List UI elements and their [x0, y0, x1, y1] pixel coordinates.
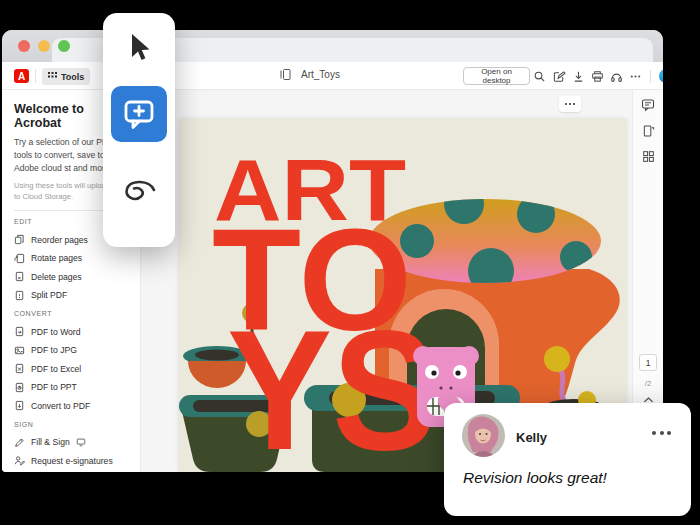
browser-titlebar [2, 30, 663, 62]
download-icon[interactable] [572, 70, 585, 83]
split-pdf-icon [14, 290, 25, 301]
pdf-to-jpg-icon [14, 345, 25, 356]
bookmarks-panel-icon[interactable] [642, 124, 655, 138]
acrobat-toolbar: A Tools Art_Toys [2, 62, 663, 90]
draw-tool-button[interactable] [112, 176, 166, 213]
select-tool-button[interactable] [119, 31, 159, 68]
edit-document-icon[interactable] [552, 70, 566, 83]
acrobat-logo-icon[interactable]: A [14, 69, 29, 83]
comment-card: Kelly Revision looks great! [444, 403, 691, 516]
comments-panel-icon[interactable] [641, 98, 655, 112]
sidebar-item-split-pdf[interactable]: Split PDF [14, 286, 130, 305]
page-total-label: /2 [645, 379, 651, 388]
pdf-to-ppt-icon [14, 382, 25, 393]
divider [35, 69, 36, 83]
grid-icon [48, 72, 57, 81]
floating-tool-panel [103, 13, 175, 247]
comment-menu-button[interactable] [648, 427, 675, 439]
comment-text: Revision looks great! [463, 469, 607, 487]
commenter-avatar [462, 414, 505, 457]
traffic-lights [18, 40, 70, 52]
reorder-pages-icon [14, 234, 25, 245]
fill-sign-icon [14, 437, 25, 448]
zoom-window-button[interactable] [58, 40, 70, 52]
print-icon[interactable] [591, 70, 604, 83]
poster-title: ART TO YS [212, 140, 437, 472]
commenter-name: Kelly [516, 430, 547, 445]
sidebar-item-fill-sign[interactable]: Fill & Sign [14, 433, 130, 452]
search-icon[interactable] [533, 70, 546, 83]
screenshot-stage: A Tools Art_Toys [0, 0, 700, 525]
page-number-input[interactable]: 1 [639, 354, 657, 371]
poster-title-line-3: YS [227, 295, 437, 472]
tools-button[interactable]: Tools [42, 68, 90, 85]
document-copy-icon[interactable] [279, 68, 292, 81]
draw-icon [118, 177, 160, 209]
monitor-icon [76, 437, 86, 447]
page-thumbnails-icon[interactable] [642, 150, 655, 163]
add-comment-tool-button[interactable] [111, 86, 167, 142]
section-label-convert: CONVERT [14, 310, 130, 317]
divider [650, 70, 651, 83]
tools-label: Tools [61, 72, 84, 82]
more-options-icon[interactable] [629, 70, 642, 83]
sidebar-item-convert-to-pdf[interactable]: Convert to PDF [14, 396, 130, 415]
pdf-to-excel-icon [14, 363, 25, 374]
open-on-desktop-button[interactable]: Open on desktop [463, 67, 530, 85]
sidebar-item-pdf-to-ppt[interactable]: PDF to PPT [14, 378, 130, 397]
convert-to-pdf-icon [14, 400, 25, 411]
cursor-icon [125, 32, 153, 64]
request-esignatures-icon [14, 455, 25, 466]
rotate-pages-icon [14, 253, 25, 264]
sidebar-item-pdf-to-excel[interactable]: PDF to Excel [14, 359, 130, 378]
delete-pages-icon [14, 271, 25, 282]
document-more-button[interactable] [559, 96, 581, 112]
document-title: Art_Toys [301, 69, 340, 80]
sidebar-item-delete-pages[interactable]: Delete pages [14, 267, 130, 286]
section-label-sign: SIGN [14, 421, 130, 428]
close-window-button[interactable] [18, 40, 30, 52]
pdf-to-word-icon [14, 326, 25, 337]
sidebar-item-rotate-pages[interactable]: Rotate pages [14, 249, 130, 268]
sidebar-item-pdf-to-word[interactable]: PDF to Word [14, 322, 130, 341]
sidebar-item-pdf-to-jpg[interactable]: PDF to JPG [14, 341, 130, 360]
account-avatar[interactable] [659, 69, 663, 83]
minimize-window-button[interactable] [38, 40, 50, 52]
sidebar-item-request-esignatures[interactable]: Request e-signatures [14, 451, 130, 470]
add-comment-icon [122, 98, 156, 130]
read-aloud-icon[interactable] [610, 70, 623, 83]
